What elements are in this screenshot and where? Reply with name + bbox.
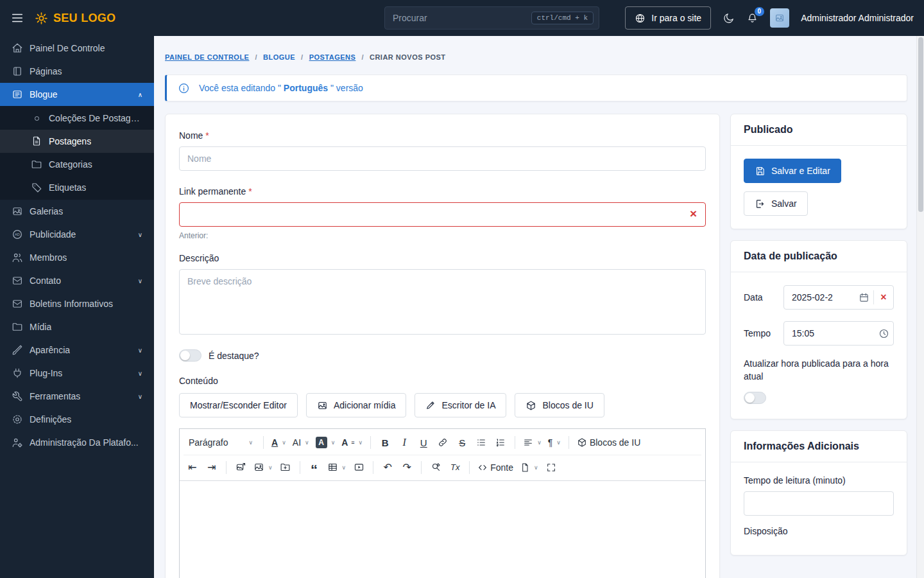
scrollbar-thumb[interactable] [918,37,923,212]
add-media-button[interactable]: Adicionar mídia [306,393,407,417]
global-search[interactable]: ctrl/cmd + k [384,6,599,30]
time-row: Tempo [744,321,894,346]
editor-redo-button[interactable]: ↷ [398,459,416,477]
sidebar-item-categorias[interactable]: Categorias [0,153,154,176]
globe-icon [635,13,646,24]
breadcrumb-separator: / [361,53,364,61]
editor-font-color-button[interactable]: A∨ [269,434,289,451]
update-published-time-toggle[interactable] [744,392,766,404]
time-input[interactable] [784,328,874,338]
sidebar-item-aparencia[interactable]: Aparência ∨ [0,338,154,362]
sidebar: Painel De Controle Páginas Blogue ∧ Cole… [0,36,154,578]
avatar[interactable] [770,8,789,28]
user-name[interactable]: Administrador Administrador [801,13,914,23]
editor-ui-blocks-button[interactable]: Blocos de IU [574,434,643,451]
publication-date-panel: Data de publicação Data × [730,240,907,419]
description-textarea[interactable] [179,269,706,335]
editor-media-folder-button[interactable] [277,459,295,477]
editor-image-button[interactable]: ∨ [251,459,275,477]
editor-link-button[interactable] [434,434,452,451]
editor-font-size-button[interactable]: A≡∨ [339,434,365,451]
sidebar-item-administracao-da-plataforma[interactable]: Administração Da Platafo... [0,431,154,454]
date-input[interactable] [784,292,854,302]
sidebar-item-etiquetas[interactable]: Etiquetas [0,176,154,199]
breadcrumb-postagens[interactable]: POSTAGENS [309,53,356,61]
editor-clear-format-button[interactable]: Tx [446,459,464,477]
editor-source-button[interactable]: Fonte [475,459,516,477]
editor-numbered-list-button[interactable] [492,434,509,451]
clock-icon[interactable] [874,328,893,339]
editor-align-button[interactable]: ∨ [520,434,544,451]
permalink-input[interactable] [179,202,706,227]
time-label: Tempo [744,328,771,338]
tool-icon [12,390,23,402]
editor-indent-button[interactable]: ⇥ [203,459,221,477]
sidebar-item-boletins-informativos[interactable]: Boletins Informativos [0,292,154,315]
editor-outdent-button[interactable]: ⇤ [184,459,201,477]
editor-ai-button[interactable]: AI∨ [290,434,312,451]
editor-find-replace-button[interactable] [427,459,445,477]
breadcrumb-painel-de-controle[interactable]: PAINEL DE CONTROLE [165,53,249,61]
sidebar-item-plug-ins[interactable]: Plug-Ins ∨ [0,362,154,385]
editor-undo-button[interactable]: ↶ [379,459,397,477]
clear-date-icon[interactable]: × [874,292,893,303]
featured-toggle[interactable] [179,349,201,362]
search-input[interactable] [393,13,526,23]
sidebar-item-galerias[interactable]: Galerias [0,200,154,223]
editor-paragraph-style-select[interactable]: Parágrafo ∨ [184,434,258,451]
editor-strikethrough-button[interactable]: S [453,434,471,451]
sidebar-item-painel-de-controle[interactable]: Painel De Controle [0,37,154,60]
permalink-error-close-icon[interactable]: × [690,207,697,221]
notifications-button[interactable]: 0 [746,12,758,24]
calendar-icon[interactable] [854,292,873,303]
editor-underline-button[interactable]: U [415,434,432,451]
save-button[interactable]: Salvar [744,191,808,216]
editor-italic-button[interactable]: I [395,434,413,451]
reading-time-input[interactable] [744,491,894,516]
publish-panel: Publicado Salvar e Editar Salvar [730,114,907,229]
sidebar-item-membros[interactable]: Membros [0,246,154,269]
editor-video-button[interactable] [350,459,368,477]
ai-writer-button[interactable]: Escritor de IA [415,393,506,417]
editor-text-direction-button[interactable]: ¶∨ [545,434,563,451]
additional-info-title: Informações Adicionais [731,431,907,462]
page-scrollbar[interactable] [916,36,924,578]
menu-toggle-button[interactable] [10,11,24,25]
ui-blocks-button[interactable]: Blocos de IU [515,393,604,417]
editing-language-alert: Você esta editando " Português " versão [165,74,907,101]
editor-highlight-button[interactable]: A∨ [313,434,338,451]
mail-icon [12,275,23,286]
toolbar-separator [569,436,569,449]
editor-insert-image-button[interactable] [232,459,250,477]
editor-bold-button[interactable]: B [376,434,394,451]
sidebar-item-blogue[interactable]: Blogue ∧ [0,83,154,106]
editor-blockquote-button[interactable]: “ [305,459,323,477]
sidebar-item-contato[interactable]: Contato ∨ [0,269,154,292]
save-and-edit-button[interactable]: Salvar e Editar [744,159,841,183]
breadcrumb-separator: / [255,53,257,61]
editor-table-button[interactable]: ∨ [325,459,349,477]
toggle-editor-button[interactable]: Mostrar/Esconder Editor [179,393,298,417]
sidebar-item-midia[interactable]: Mídia [0,315,154,338]
editor-content-area[interactable] [180,481,705,578]
newsletter-icon [12,298,23,310]
permalink-field: × [179,202,706,227]
permalink-previous-hint: Anterior: [179,231,706,240]
sidebar-item-paginas[interactable]: Páginas [0,60,154,83]
name-input[interactable] [179,146,706,171]
editor-fullscreen-button[interactable] [542,459,560,477]
editor-bullet-list-button[interactable] [472,434,490,451]
editor-page-properties-button[interactable]: ∨ [517,459,541,477]
sun-logo-icon [35,12,48,25]
sidebar-item-postagens[interactable]: Postagens [0,130,154,153]
breadcrumb-blogue[interactable]: BLOGUE [263,53,295,61]
sidebar-item-ferramentas[interactable]: Ferramentas ∨ [0,385,154,408]
reading-time-label: Tempo de leitura (minuto) [744,475,894,486]
sidebar-item-colecoes-de-postagens[interactable]: Coleções De Postagens [0,107,154,130]
sidebar-item-definicoes[interactable]: Definições [0,408,154,431]
logo[interactable]: SEU LOGO [35,12,116,25]
dark-mode-toggle[interactable] [723,12,735,24]
content-label: Conteúdo [179,376,706,386]
go-to-site-button[interactable]: Ir para o site [625,6,711,30]
sidebar-item-publicidade[interactable]: AD Publicidade ∨ [0,223,154,246]
